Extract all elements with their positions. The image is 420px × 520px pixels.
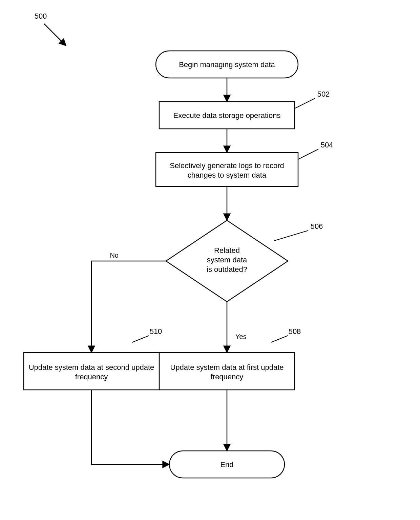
exec-ref: 502 <box>317 90 330 98</box>
dec-ref-leader <box>274 231 308 241</box>
exec-ref-leader <box>295 98 315 108</box>
second-ref-leader <box>132 336 149 342</box>
second-line2: frequency <box>75 373 108 381</box>
edge-yes-label: Yes <box>235 333 247 340</box>
dec-line1: Related <box>214 246 240 255</box>
dec-line2: system data <box>207 256 247 264</box>
node-second: Update system data at second update freq… <box>24 327 162 390</box>
first-ref-leader <box>271 336 288 342</box>
first-ref: 508 <box>289 327 301 336</box>
edge-no-label: No <box>110 252 119 259</box>
edge-no <box>91 261 166 353</box>
dec-ref: 506 <box>311 222 323 231</box>
logs-ref-leader <box>298 149 318 159</box>
exec-label: Execute data storage operations <box>173 111 281 120</box>
node-logs: Selectively generate logs to record chan… <box>156 141 333 186</box>
second-line1: Update system data at second update <box>29 363 154 372</box>
figure-ref-arrow <box>44 24 66 46</box>
figure-ref-label: 500 <box>35 12 47 20</box>
first-line2: frequency <box>211 373 244 381</box>
node-start: Begin managing system data <box>156 51 298 78</box>
start-label: Begin managing system data <box>179 60 275 69</box>
node-decision: Related system data is outdated? 506 <box>166 220 323 302</box>
dec-line3: is outdated? <box>207 265 247 274</box>
logs-ref: 504 <box>321 141 333 149</box>
first-line1: Update system data at first update <box>170 363 284 372</box>
edge-second-end <box>91 390 169 464</box>
flowchart: 500 Begin managing system data Execute d… <box>0 0 420 520</box>
logs-line1: Selectively generate logs to record <box>170 161 284 170</box>
logs-line2: changes to system data <box>188 171 267 179</box>
node-end: End <box>169 451 285 478</box>
second-ref: 510 <box>150 327 162 336</box>
node-first: Update system data at first update frequ… <box>159 327 301 390</box>
node-exec: Execute data storage operations 502 <box>159 90 330 129</box>
end-label: End <box>220 460 233 469</box>
